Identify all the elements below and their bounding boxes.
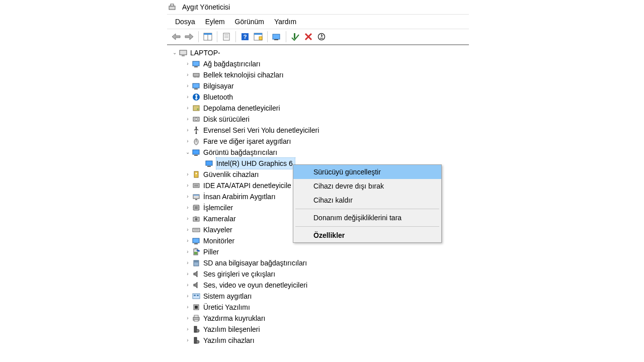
svg-text:?: ? [244,34,247,40]
chevron-right-icon[interactable]: › [184,193,191,200]
chevron-right-icon[interactable]: › [184,171,191,178]
disable-button[interactable] [315,31,328,43]
toolbar: ? [167,29,469,45]
menu-view[interactable]: Görünüm [230,16,269,28]
svg-rect-18 [180,50,187,55]
security-icon [192,170,200,178]
svg-rect-80 [194,320,198,321]
help-button[interactable]: ? [239,31,251,43]
cpu-icon [192,204,200,212]
tree-category[interactable]: ›Ses, video ve oyun denetleyicileri [168,280,468,291]
firmware-icon [192,303,200,311]
chevron-right-icon[interactable]: › [184,326,191,333]
uninstall-button[interactable] [302,31,314,43]
chevron-right-icon[interactable]: › [184,248,191,255]
chevron-right-icon[interactable]: › [184,215,191,222]
chevron-right-icon[interactable]: › [184,237,191,244]
svg-point-57 [195,218,198,221]
chevron-right-icon[interactable]: › [184,315,191,322]
svg-rect-44 [194,185,198,187]
category-label: Klavyeler [203,224,232,235]
separator [235,31,236,42]
audio-icon [192,270,200,278]
svg-rect-74 [194,295,196,296]
enable-button[interactable] [289,31,301,43]
cm-properties[interactable]: Özellikler [293,228,441,242]
tree-category[interactable]: ›Yazılım bileşenleri [168,324,468,335]
tree-category[interactable]: ›Sistem aygıtları [168,291,468,302]
audio-icon [192,281,200,289]
tree-category[interactable]: ›Yazdırma kuyrukları [168,313,468,324]
svg-rect-15 [274,39,278,40]
forward-button[interactable] [183,31,195,43]
chevron-right-icon[interactable]: › [184,304,191,311]
chevron-right-icon[interactable]: › [184,337,191,344]
chevron-right-icon[interactable]: › [184,226,191,233]
system-icon [192,292,200,300]
camera-icon [192,215,200,223]
chevron-right-icon[interactable]: › [184,182,191,189]
category-label: Yazılım cihazları [203,335,255,346]
chevron-right-icon[interactable]: › [184,138,191,145]
properties-button[interactable] [220,31,232,43]
cm-update-driver[interactable]: Sürücüyü güncelleştir [293,165,441,179]
menu-help[interactable]: Yardım [269,16,301,28]
svg-rect-46 [193,195,199,196]
tree-category[interactable]: ›Ses girişleri ve çıkışları [168,268,468,280]
chevron-right-icon[interactable]: › [184,282,191,289]
tree-category[interactable]: ›Fare ve diğer işaret aygıtları [168,136,468,147]
chevron-right-icon[interactable]: › [184,105,191,112]
svg-rect-27 [193,83,199,88]
svg-rect-12 [254,33,262,35]
category-label: Üretici Yazılımı [203,302,250,313]
chevron-right-icon[interactable]: › [184,259,191,266]
svg-rect-38 [194,155,198,156]
tree-root[interactable]: ⌄ LAPTOP- [168,47,468,58]
chevron-down-icon[interactable]: ⌄ [171,49,178,56]
tree-category[interactable]: ›Evrensel Seri Veri Yolu denetleyicileri [168,125,468,136]
tree-category[interactable]: ›Ağ bağdaştırıcıları [168,58,468,69]
chevron-right-icon[interactable]: › [184,127,191,134]
tree-category[interactable]: ›Bluetooth [168,92,468,103]
show-hide-tree-button[interactable] [202,31,214,43]
menu-action[interactable]: Eylem [200,16,230,28]
chevron-right-icon[interactable]: › [184,116,191,123]
chevron-right-icon[interactable]: › [184,204,191,211]
tree-category[interactable]: ›Bellek teknolojisi cihazları [168,69,468,80]
tree-category[interactable]: ›Yazılım cihazları [168,335,468,346]
category-label: İnsan Arabirim Aygıtları [203,191,276,202]
back-button[interactable] [170,31,182,43]
monitor-icon [192,237,200,245]
chevron-right-icon[interactable]: › [184,71,191,78]
chevron-down-icon[interactable]: ⌄ [184,149,191,156]
tree-category[interactable]: ›Depolama denetleyicileri [168,103,468,114]
category-label: Evrensel Seri Veri Yolu denetleyicileri [203,125,319,136]
menu-file[interactable]: Dosya [170,16,200,28]
cm-uninstall-device[interactable]: Cihazı kaldır [293,193,441,207]
chevron-right-icon[interactable]: › [184,60,191,67]
tree-category[interactable]: ›Bilgisayar [168,80,468,92]
svg-rect-37 [193,150,199,154]
tree-category[interactable]: ›Üretici Yazılımı [168,302,468,313]
chevron-right-icon[interactable]: › [184,94,191,101]
cm-scan-hardware[interactable]: Donanım değişikliklerini tara [293,211,441,225]
svg-rect-5 [223,33,229,40]
tree-category[interactable]: ›Disk sürücüleri [168,114,468,125]
chevron-right-icon[interactable]: › [184,293,191,300]
svg-rect-41 [194,171,198,177]
tree-category[interactable]: ›Piller [168,246,468,257]
cm-disable-device[interactable]: Cihazı devre dışı bırak [293,179,441,193]
svg-rect-20 [193,61,199,66]
category-label: Kameralar [203,213,236,224]
mouse-icon [192,137,200,145]
update-driver-button[interactable] [271,31,283,43]
category-label: Depolama denetleyicileri [203,103,280,114]
tree-category-display-adapters[interactable]: ⌄ Görüntü bağdaştırıcıları [168,147,468,158]
chevron-right-icon[interactable]: › [184,270,191,278]
scan-button[interactable] [252,31,264,43]
svg-rect-22 [193,73,199,76]
app-icon [168,3,176,11]
chevron-right-icon[interactable]: › [184,82,191,89]
svg-rect-77 [195,306,198,309]
tree-category[interactable]: ›SD ana bilgisayar bağdaştırıcıları [168,257,468,268]
